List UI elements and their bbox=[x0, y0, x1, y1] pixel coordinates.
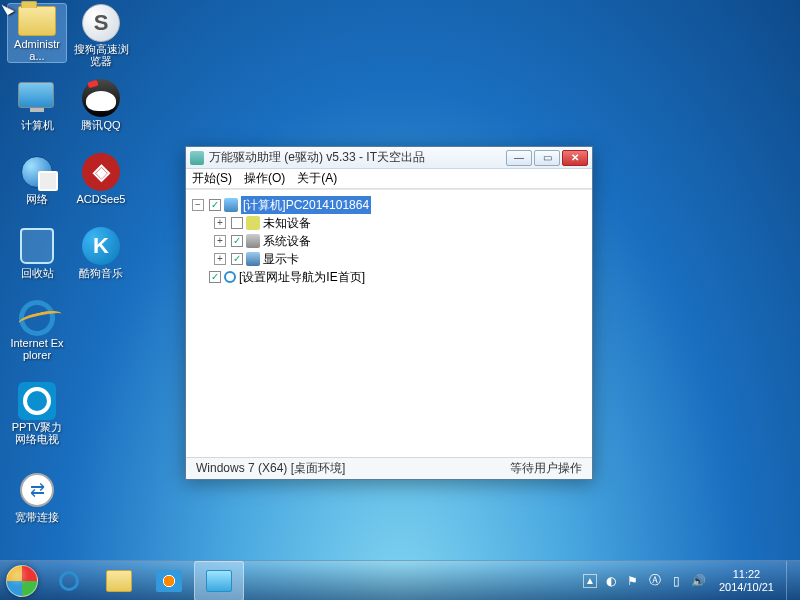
window-title: 万能驱动助理 (e驱动) v5.33 - IT天空出品 bbox=[209, 149, 506, 166]
desktop-icon-ie[interactable]: Internet Explorer bbox=[8, 300, 66, 358]
taskbar-ie[interactable] bbox=[44, 561, 94, 601]
clock-time: 11:22 bbox=[719, 568, 774, 581]
checkbox[interactable]: ✓ bbox=[209, 271, 221, 283]
checkbox[interactable] bbox=[231, 217, 243, 229]
show-desktop-button[interactable] bbox=[786, 561, 796, 601]
tray-volume-icon[interactable]: 🔊 bbox=[691, 573, 707, 589]
network-icon bbox=[21, 156, 53, 188]
spacer bbox=[192, 271, 204, 283]
system-tray: ▲ ◐ ⚑ Ⓐ ▯ 🔊 11:22 2014/10/21 bbox=[583, 561, 800, 601]
icon-label: PPTV聚力 网络电视 bbox=[9, 421, 65, 445]
tray-action-center-icon[interactable]: ⚑ bbox=[625, 573, 641, 589]
icon-label: 网络 bbox=[26, 193, 48, 205]
expand-icon[interactable]: + bbox=[214, 253, 226, 265]
windows-logo-icon bbox=[6, 565, 38, 597]
icon-label: 酷狗音乐 bbox=[79, 267, 123, 279]
tree-root-computer[interactable]: − ✓ [计算机]PC2014101864 bbox=[190, 196, 588, 214]
icon-label: 腾讯QQ bbox=[81, 119, 120, 131]
desktop-icon-pptv[interactable]: PPTV聚力 网络电视 bbox=[8, 382, 66, 440]
icon-label: ACDSee5 bbox=[77, 193, 126, 205]
maximize-button[interactable]: ▭ bbox=[534, 150, 560, 166]
menu-action[interactable]: 操作(O) bbox=[244, 170, 285, 187]
icon-label: 搜狗高速浏览器 bbox=[73, 43, 129, 67]
icon-label: Internet Explorer bbox=[9, 337, 65, 361]
folder-icon bbox=[18, 6, 56, 36]
desktop-icon-recycle-bin[interactable]: 回收站 bbox=[8, 226, 66, 284]
clock-date: 2014/10/21 bbox=[719, 581, 774, 594]
statusbar: Windows 7 (X64) [桌面环境] 等待用户操作 bbox=[186, 457, 592, 479]
tree-label: 显示卡 bbox=[263, 250, 299, 268]
pinned-apps bbox=[44, 561, 244, 601]
app-task-icon bbox=[206, 570, 232, 592]
tree-item-display-card[interactable]: + ✓ 显示卡 bbox=[190, 250, 588, 268]
tray-input-icon[interactable]: Ⓐ bbox=[647, 573, 663, 589]
ie-icon bbox=[16, 297, 59, 340]
checkbox[interactable]: ✓ bbox=[231, 253, 243, 265]
tray-safe-icon[interactable]: ◐ bbox=[603, 573, 619, 589]
menu-about[interactable]: 关于(A) bbox=[297, 170, 337, 187]
tree-item-system-device[interactable]: + ✓ 系统设备 bbox=[190, 232, 588, 250]
desktop-icon-kugou[interactable]: K 酷狗音乐 bbox=[72, 226, 130, 284]
taskbar-clock[interactable]: 11:22 2014/10/21 bbox=[713, 568, 780, 594]
ie-icon bbox=[59, 571, 79, 591]
driver-assistant-window: 万能驱动助理 (e驱动) v5.33 - IT天空出品 — ▭ ✕ 开始(S) … bbox=[185, 146, 593, 480]
status-right: 等待用户操作 bbox=[510, 460, 582, 477]
desktop-icon-dialup[interactable]: ⇄ 宽带连接 bbox=[8, 470, 66, 528]
desktop-icon-admin[interactable]: Administra... bbox=[8, 4, 66, 62]
menubar: 开始(S) 操作(O) 关于(A) bbox=[186, 169, 592, 189]
desktop-icon-computer[interactable]: 计算机 bbox=[8, 78, 66, 136]
menu-start[interactable]: 开始(S) bbox=[192, 170, 232, 187]
tree-label: [设置网址导航为IE首页] bbox=[239, 268, 365, 286]
folder-icon bbox=[106, 570, 132, 592]
kugou-icon: K bbox=[82, 227, 120, 265]
computer-tree-icon bbox=[224, 198, 238, 212]
qq-icon bbox=[82, 79, 120, 117]
desktop-icon-sogou[interactable]: S 搜狗高速浏览器 bbox=[72, 4, 130, 62]
checkbox[interactable]: ✓ bbox=[231, 235, 243, 247]
computer-icon bbox=[18, 82, 56, 114]
desktop-icon-network[interactable]: 网络 bbox=[8, 152, 66, 210]
minimize-button[interactable]: — bbox=[506, 150, 532, 166]
unknown-device-icon bbox=[246, 216, 260, 230]
pptv-icon bbox=[18, 382, 56, 420]
ie-tree-icon bbox=[224, 271, 236, 283]
icon-label: 宽带连接 bbox=[15, 511, 59, 523]
status-left: Windows 7 (X64) [桌面环境] bbox=[196, 460, 345, 477]
desktop-icon-acdsee[interactable]: ◈ ACDSee5 bbox=[72, 152, 130, 210]
system-device-icon bbox=[246, 234, 260, 248]
tray-network-icon[interactable]: ▯ bbox=[669, 573, 685, 589]
checkbox[interactable]: ✓ bbox=[209, 199, 221, 211]
sogou-icon: S bbox=[82, 4, 120, 42]
tree-item-set-homepage[interactable]: ✓ [设置网址导航为IE首页] bbox=[190, 268, 588, 286]
start-button[interactable] bbox=[0, 561, 44, 601]
collapse-icon[interactable]: − bbox=[192, 199, 204, 211]
tree-label: 系统设备 bbox=[263, 232, 311, 250]
app-icon bbox=[190, 151, 204, 165]
expand-icon[interactable]: + bbox=[214, 217, 226, 229]
taskbar-wmp[interactable] bbox=[144, 561, 194, 601]
tray-expand-button[interactable]: ▲ bbox=[583, 574, 597, 588]
taskbar: ▲ ◐ ⚑ Ⓐ ▯ 🔊 11:22 2014/10/21 bbox=[0, 560, 800, 600]
acdsee-icon: ◈ bbox=[82, 153, 120, 191]
tree-label: [计算机]PC2014101864 bbox=[241, 196, 371, 214]
taskbar-driver-assistant[interactable] bbox=[194, 561, 244, 601]
titlebar[interactable]: 万能驱动助理 (e驱动) v5.33 - IT天空出品 — ▭ ✕ bbox=[186, 147, 592, 169]
expand-icon[interactable]: + bbox=[214, 235, 226, 247]
icon-label: 计算机 bbox=[21, 119, 54, 131]
tree-label: 未知设备 bbox=[263, 214, 311, 232]
tree-item-unknown-device[interactable]: + 未知设备 bbox=[190, 214, 588, 232]
close-button[interactable]: ✕ bbox=[562, 150, 588, 166]
icon-label: 回收站 bbox=[21, 267, 54, 279]
dialup-icon: ⇄ bbox=[20, 473, 54, 507]
desktop-icon-qq[interactable]: 腾讯QQ bbox=[72, 78, 130, 136]
recycle-bin-icon bbox=[20, 228, 54, 264]
display-card-icon bbox=[246, 252, 260, 266]
taskbar-explorer[interactable] bbox=[94, 561, 144, 601]
icon-label: Administra... bbox=[9, 38, 65, 62]
device-tree: − ✓ [计算机]PC2014101864 + 未知设备 + ✓ 系统设备 + … bbox=[186, 189, 592, 457]
media-player-icon bbox=[156, 570, 182, 592]
